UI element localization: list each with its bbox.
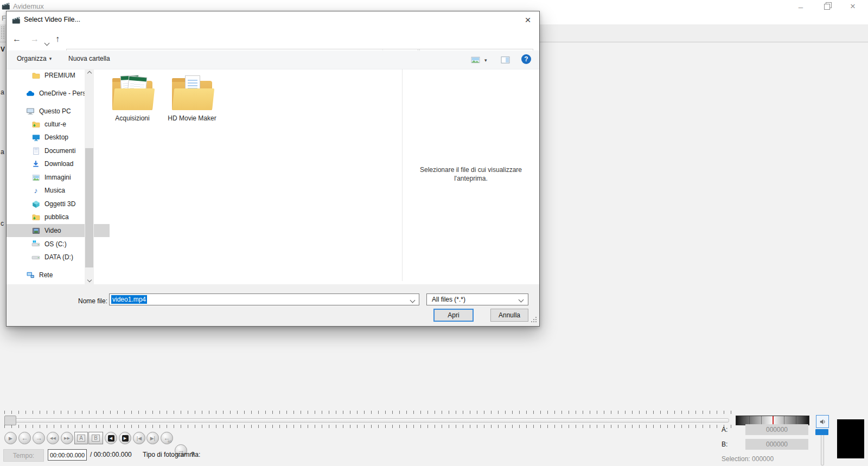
sidebar-item-os-c[interactable]: OS (C:) [7, 238, 110, 251]
marker-b-value: 000000 [745, 439, 808, 450]
chevron-down-icon [519, 297, 524, 302]
filename-input[interactable]: video1.mp4 [109, 293, 419, 305]
last-frame-button[interactable]: ▶| [146, 432, 159, 444]
filename-selected-text: video1.mp4 [111, 295, 147, 304]
preview-pane-button[interactable] [501, 55, 510, 67]
toolbar-grip[interactable] [1, 27, 2, 40]
preview-message: Selezionare il file di cui visualizzare … [410, 165, 532, 183]
filetype-dropdown[interactable]: All files (*.*) [426, 293, 528, 305]
marker-b-label: B: [722, 441, 727, 448]
3d-cube-icon [31, 200, 40, 208]
mute-button[interactable] [816, 415, 829, 428]
tempo-button[interactable]: Tempo: [3, 449, 44, 462]
view-options-caret[interactable]: ▾ [484, 58, 487, 63]
resize-grip[interactable] [531, 316, 537, 323]
filename-label: Nome file: [71, 297, 107, 305]
open-button[interactable]: Apri [433, 309, 474, 322]
thumbnails-icon [471, 55, 480, 65]
scrollbar-thumb[interactable] [85, 148, 93, 267]
sidebar-item-pubblica[interactable]: pubblica [7, 210, 110, 224]
next-frame-button[interactable]: → [33, 432, 45, 444]
prev-frame-button[interactable]: ← [18, 432, 31, 444]
nav-forward-button[interactable]: → [30, 34, 39, 44]
film-icon [31, 226, 40, 235]
organize-button[interactable]: Organizza ▾ [17, 55, 52, 62]
panel-fragment: V [1, 46, 5, 53]
sidebar-item-download[interactable]: Download [7, 157, 110, 170]
nav-up-button[interactable]: ↑ [55, 34, 60, 44]
sidebar-item-premium[interactable]: PREMIUM [7, 69, 110, 82]
fast-backward-button[interactable]: ◀◀ [47, 432, 59, 444]
scroll-up-button[interactable] [85, 69, 94, 78]
prev-keyframe-button[interactable]: ◀ [105, 432, 117, 444]
dialog-title: Select Video File... [24, 16, 80, 23]
marker-b-button[interactable]: B [88, 432, 103, 444]
sidebar-item-documenti[interactable]: Documenti [7, 144, 110, 157]
fast-forward-button[interactable]: ▶▶ [61, 432, 73, 444]
dialog-close-button[interactable]: × [516, 11, 539, 29]
new-folder-button[interactable]: Nuova cartella [68, 55, 110, 62]
os-drive-icon [31, 240, 40, 248]
caret-down-icon: ▾ [49, 56, 52, 61]
sidebar-item-data-d[interactable]: DATA (D:) [7, 251, 110, 264]
avidemux-title: Avidemux [13, 2, 44, 10]
panel-fragment: a [1, 148, 4, 156]
view-thumbnails-button[interactable] [471, 55, 480, 67]
picture-icon [31, 173, 40, 182]
play-button[interactable]: ▶ [4, 432, 17, 444]
shared-folder-icon [31, 120, 40, 129]
dialog-titlebar[interactable]: Select Video File... × [7, 11, 539, 29]
download-icon [31, 159, 40, 168]
marker-a-label: A: [722, 426, 727, 433]
back-60s-button[interactable]: ←60 [161, 432, 173, 444]
file-menu-fragment[interactable]: F [2, 14, 6, 22]
sidebar-item-desktop[interactable]: Desktop [7, 131, 110, 144]
sidebar-item-cultur-e[interactable]: cultur-e [7, 118, 110, 131]
desktop-icon [31, 133, 40, 142]
restore-button[interactable] [818, 0, 836, 13]
folder-name: HD Movie Maker [168, 114, 216, 122]
minimize-button[interactable]: – [792, 0, 810, 13]
folder-item-hd-movie-maker[interactable]: HD Movie Maker [162, 75, 222, 122]
help-button[interactable]: ? [521, 54, 531, 64]
sidebar-item-video[interactable]: Video [7, 224, 110, 237]
file-dialog: Select Video File... × ← → ↑ › Questo PC… [6, 11, 540, 327]
dialog-nav-row: ← → ↑ › Questo PC › Video [7, 29, 539, 50]
scroll-down-button[interactable] [85, 276, 94, 284]
panel-fragment: a [1, 88, 4, 96]
selection-length-label: Selection: 000000 [722, 455, 774, 463]
nav-back-button[interactable]: ← [12, 34, 21, 44]
jog-center-marker [773, 416, 774, 425]
speaker-icon [819, 418, 827, 426]
timeline-slider-handle[interactable] [4, 416, 16, 425]
chevron-down-icon[interactable] [410, 298, 416, 303]
marker-a-button[interactable]: A [74, 432, 88, 444]
sidebar-item-oggetti-3d[interactable]: Oggetti 3D [7, 197, 110, 210]
preview-pane-icon [501, 55, 510, 65]
document-icon [31, 146, 40, 155]
next-keyframe-button[interactable]: ▶ [119, 432, 131, 444]
chevron-down-icon [87, 278, 91, 282]
time-total-label: / 00:00:00.000 [90, 451, 132, 458]
time-current-field[interactable]: 00:00:00.000 [48, 449, 87, 461]
nav-history-chevron[interactable] [45, 37, 49, 47]
timeline-slider-track[interactable] [4, 418, 729, 423]
preview-pane-divider [402, 69, 403, 281]
sidebar-item-immagini[interactable]: Immagini [7, 171, 110, 184]
music-note-icon: ♪ [31, 186, 40, 195]
onedrive-cloud-icon [26, 89, 35, 98]
volume-slider-handle[interactable] [815, 429, 828, 435]
toolbar-grip[interactable] [3, 27, 4, 40]
computer-icon [26, 107, 35, 116]
folder-icon [171, 75, 213, 111]
chevron-up-icon [87, 71, 91, 75]
first-frame-button[interactable]: |◀ [133, 432, 145, 444]
folder-icon [31, 71, 40, 80]
close-window-button[interactable]: × [844, 0, 862, 13]
sidebar-item-musica[interactable]: ♪Musica [7, 184, 110, 197]
cancel-button[interactable]: Annulla [490, 309, 528, 322]
folder-item-acquisizioni[interactable]: Acquisizioni [103, 75, 162, 122]
timeline-ticks-top [4, 411, 731, 414]
sidebar-scrollbar[interactable] [85, 69, 94, 284]
timeline-ticks-bottom [4, 425, 731, 428]
